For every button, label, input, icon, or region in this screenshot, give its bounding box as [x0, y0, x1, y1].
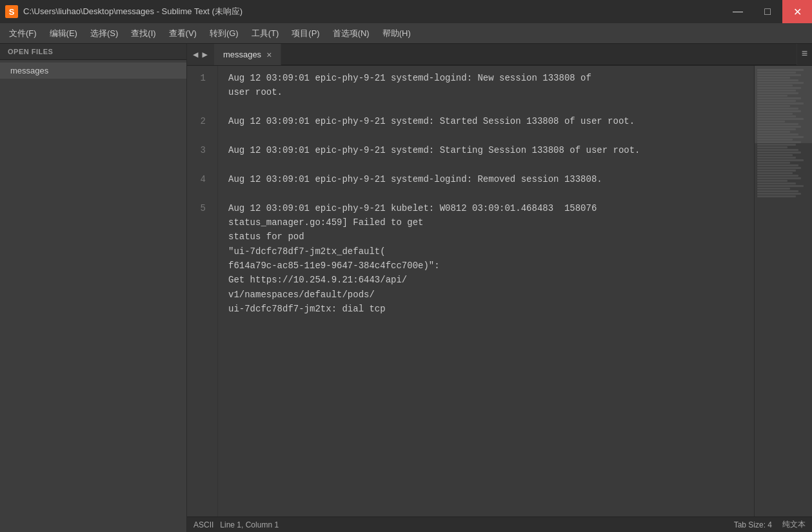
menu-item[interactable]: 选择(S) [84, 25, 124, 42]
code-line: Aug 12 03:09:01 epic-phy-9-21 systemd-lo… [228, 71, 754, 100]
minimap-line [757, 170, 796, 172]
menu-item[interactable]: 编辑(E) [43, 25, 84, 42]
encoding-label: ASCII [193, 520, 213, 529]
minimap-line [757, 172, 793, 174]
minimap-line [757, 167, 801, 169]
minimize-button[interactable]: — [723, 0, 753, 23]
minimap-line [757, 177, 801, 179]
tab-close-button[interactable]: × [266, 50, 272, 60]
line-number [187, 288, 212, 302]
minimap [754, 66, 812, 517]
sidebar-file-item[interactable]: messages [0, 63, 186, 79]
minimap-line [757, 87, 801, 89]
titlebar: S C:\Users\liuhao\Desktop\messages - Sub… [0, 0, 812, 23]
tab-menu-button[interactable]: ≡ [797, 44, 812, 65]
minimap-line [757, 118, 804, 120]
file-type-label: 纯文本 [782, 519, 806, 530]
minimap-line [757, 180, 787, 182]
line-number [187, 129, 212, 143]
active-tab[interactable]: messages × [213, 44, 281, 65]
minimap-line [757, 133, 798, 135]
line-number [187, 302, 212, 316]
minimap-line [757, 159, 804, 161]
menu-item[interactable]: 查找(I) [124, 25, 162, 42]
minimap-line [757, 82, 804, 84]
minimap-line [757, 110, 801, 112]
menubar: 文件(F)编辑(E)选择(S)查找(I)查看(V)转到(G)工具(T)项目(P)… [0, 23, 812, 44]
window-title: C:\Users\liuhao\Desktop\messages - Subli… [23, 6, 243, 17]
titlebar-left: S C:\Users\liuhao\Desktop\messages - Sub… [5, 5, 243, 18]
line-number [187, 230, 212, 244]
menu-item[interactable]: 查看(V) [163, 25, 203, 42]
line-number [187, 215, 212, 230]
menu-item[interactable]: 文件(F) [3, 25, 43, 42]
code-line: Aug 12 03:09:01 epic-phy-9-21 kubelet: W… [228, 201, 754, 317]
editor-area: ◀ ▶ messages × ≡ 1 2 3 4 [187, 44, 812, 532]
status-bar: ASCII Line 1, Column 1 Tab Size: 4 纯文本 [187, 517, 812, 532]
line-number: 3 [187, 143, 212, 157]
minimap-line [757, 92, 798, 94]
minimap-line [757, 77, 790, 79]
tab-prev-button[interactable]: ◀ [191, 49, 200, 60]
tab-nav-buttons: ◀ ▶ [187, 44, 213, 65]
minimap-line [757, 182, 796, 184]
minimap-line [757, 141, 801, 143]
minimap-line [757, 185, 804, 187]
line-number [187, 331, 212, 345]
line-number: 2 [187, 114, 212, 128]
sidebar-file-list: messages [0, 60, 186, 532]
tab-bar: ◀ ▶ messages × ≡ [187, 44, 812, 66]
code-editor[interactable]: Aug 12 03:09:01 epic-phy-9-21 systemd-lo… [218, 66, 754, 517]
menu-item[interactable]: 转到(G) [203, 25, 245, 42]
menu-item[interactable]: 项目(P) [285, 25, 326, 42]
code-line: Aug 12 03:09:01 epic-phy-9-21 systemd: S… [228, 143, 754, 157]
statusbar-left: ASCII Line 1, Column 1 [193, 520, 279, 529]
main-area: OPEN FILES messages ◀ ▶ messages × ≡ 1 [0, 44, 812, 532]
minimap-line [757, 188, 790, 190]
minimap-line [757, 195, 796, 197]
line-number [187, 259, 212, 273]
minimap-line [757, 149, 798, 151]
minimap-line [757, 97, 801, 99]
minimap-line [757, 72, 796, 74]
minimap-line [757, 100, 796, 102]
tab-size-label: Tab Size: 4 [734, 520, 772, 529]
minimap-line [757, 136, 804, 138]
app-icon: S [5, 5, 18, 18]
line-number [187, 186, 212, 201]
minimap-line [757, 193, 801, 195]
minimap-line [757, 126, 801, 128]
line-number: 1 [187, 71, 212, 85]
statusbar-right: Tab Size: 4 纯文本 [734, 519, 806, 530]
menu-item[interactable]: 工具(T) [245, 25, 286, 42]
line-number [187, 100, 212, 114]
line-number: 4 [187, 172, 212, 186]
minimap-line [757, 103, 804, 104]
minimap-line [757, 121, 785, 123]
minimap-line [757, 164, 798, 166]
sidebar: OPEN FILES messages [0, 44, 187, 532]
minimap-line [757, 190, 798, 192]
minimap-line [757, 95, 787, 97]
minimap-line [757, 108, 798, 110]
code-line: Aug 12 03:09:01 epic-phy-9-21 systemd-lo… [228, 172, 754, 186]
line-number [187, 244, 212, 259]
minimap-line [757, 123, 798, 125]
minimap-line [757, 144, 796, 146]
line-number: 5 [187, 201, 212, 215]
menu-item[interactable]: 帮助(H) [376, 25, 417, 42]
minimap-line [757, 115, 796, 117]
line-number [187, 85, 212, 99]
code-line: Aug 12 03:09:01 epic-phy-9-21 systemd: S… [228, 114, 754, 128]
minimap-line [757, 84, 793, 86]
minimap-line [757, 157, 796, 159]
maximize-button[interactable]: □ [753, 0, 782, 23]
menu-item[interactable]: 首选项(N) [326, 25, 376, 42]
minimap-line [757, 128, 796, 130]
minimap-line [757, 105, 790, 107]
window-controls: — □ ✕ [723, 0, 812, 23]
tab-next-button[interactable]: ▶ [200, 49, 209, 60]
close-button[interactable]: ✕ [782, 0, 812, 23]
minimap-line [757, 175, 798, 177]
line-number [187, 273, 212, 287]
